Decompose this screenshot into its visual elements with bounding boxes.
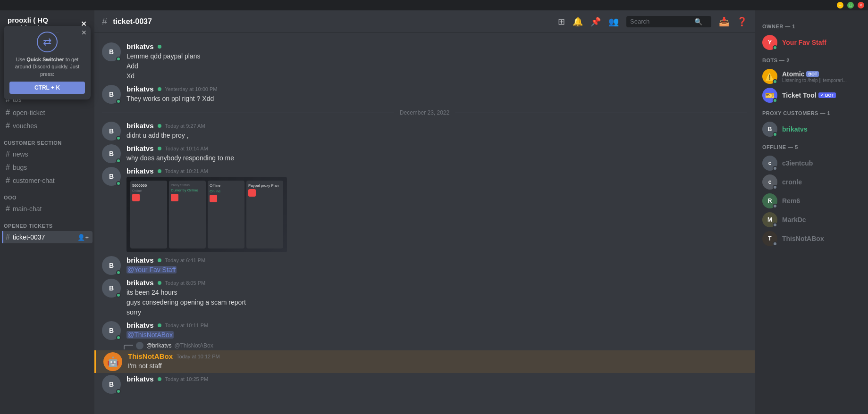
offline-dot bbox=[773, 223, 777, 227]
brikatvs-avatar: B bbox=[762, 122, 777, 137]
reply-indicator: @brikatvs @ThisNotABox bbox=[94, 342, 755, 349]
channel-name: vouches bbox=[13, 122, 37, 130]
username[interactable]: brikatvs bbox=[126, 122, 154, 130]
online-badge bbox=[158, 281, 161, 285]
timestamp: Today at 6:41 PM bbox=[165, 257, 206, 263]
hash-icon: # bbox=[6, 108, 10, 117]
message-text: They works on ppl right ? Xdd bbox=[126, 94, 747, 104]
maximize-button[interactable]: □ bbox=[847, 2, 854, 8]
channel-name: open-ticket bbox=[13, 109, 45, 116]
message-text: why does anybody responding to me bbox=[126, 153, 747, 163]
bots-section-label: BOTS — 2 bbox=[762, 58, 860, 63]
message-text: I'm not staff bbox=[128, 361, 747, 371]
member-item-atomic[interactable]: ⚠️ Atomic BOT Listening to /help || temp… bbox=[762, 67, 860, 86]
offline-name: cronle bbox=[782, 178, 802, 186]
member-item-brikatvs[interactable]: B brikatvs bbox=[762, 120, 860, 139]
username[interactable]: ThisNotABox bbox=[128, 352, 173, 360]
search-input[interactable] bbox=[630, 18, 691, 25]
sidebar-item-vouches[interactable]: # vouches bbox=[2, 120, 93, 132]
username[interactable]: brikatvs bbox=[126, 279, 154, 287]
online-badge bbox=[158, 87, 161, 91]
hash-icon: # bbox=[6, 205, 10, 213]
pin-icon[interactable]: 📌 bbox=[590, 17, 601, 27]
channel-hash-icon: # bbox=[102, 16, 107, 27]
add-user-icon[interactable]: 👤+ bbox=[77, 234, 89, 241]
member-info: MarkDc bbox=[782, 216, 806, 224]
quick-switcher-close[interactable]: ✕ bbox=[81, 29, 87, 36]
help-icon[interactable]: ❓ bbox=[737, 17, 747, 27]
offline-section-label: OFFLINE — 5 bbox=[762, 144, 860, 150]
minimize-button[interactable]: – bbox=[837, 2, 843, 8]
member-info: ThisNotABox bbox=[782, 235, 824, 242]
message-header: brikatvs bbox=[126, 42, 747, 50]
atomic-avatar: ⚠️ bbox=[762, 69, 777, 84]
hash-icon: # bbox=[6, 150, 10, 158]
username[interactable]: brikatvs bbox=[126, 144, 154, 152]
close-button[interactable]: ✕ bbox=[858, 2, 864, 8]
messages-area: B brikatvs Lemme qdd paypal plansAddXd B bbox=[94, 33, 755, 414]
sidebar-item-news[interactable]: # news bbox=[2, 148, 93, 160]
online-badge bbox=[158, 377, 161, 381]
member-item-cronle[interactable]: c cronle bbox=[762, 173, 860, 191]
timestamp: Today at 10:14 AM bbox=[165, 146, 208, 151]
message-content: brikatvs Today at 9:27 AM didnt u add th… bbox=[126, 122, 747, 141]
right-sidebar: OWNER — 1 Y Your Fav Staff BOTS — 2 ⚠️ A… bbox=[755, 10, 868, 414]
offline-dot bbox=[773, 166, 777, 171]
online-indicator bbox=[116, 293, 121, 298]
inbox-icon[interactable]: 📥 bbox=[719, 17, 729, 27]
online-indicator bbox=[116, 136, 121, 141]
timestamp: Today at 10:21 AM bbox=[165, 168, 208, 174]
message-content: brikatvs Today at 6:41 PM @Your Fav Staf… bbox=[126, 256, 747, 275]
offline-dot bbox=[773, 241, 777, 246]
embed-card: Paypal proxy Plan bbox=[246, 181, 283, 248]
username[interactable]: brikatvs bbox=[126, 85, 154, 93]
embedded-image[interactable]: 5000000 Online Proxy Status Currently On… bbox=[126, 177, 287, 252]
avatar: B bbox=[102, 122, 121, 141]
message-header: brikatvs Today at 9:27 AM bbox=[126, 122, 747, 130]
username[interactable]: brikatvs bbox=[126, 167, 154, 175]
channel-name: main-chat bbox=[13, 205, 42, 213]
embed-card: 5000000 Online bbox=[130, 181, 167, 248]
sidebar-item-ticket-0037[interactable]: # ticket-0037 👤+ bbox=[2, 231, 93, 243]
message-text: didnt u add the proy , bbox=[126, 131, 747, 141]
username[interactable]: brikatvs bbox=[126, 321, 154, 329]
mention[interactable]: @ThisNotABox bbox=[126, 331, 174, 339]
timestamp: Today at 8:05 PM bbox=[165, 280, 206, 286]
sidebar-item-open-ticket[interactable]: # open-ticket bbox=[2, 107, 93, 119]
bell-icon[interactable]: 🔔 bbox=[573, 17, 583, 27]
reply-content: @ThisNotABox bbox=[175, 342, 213, 349]
online-dot bbox=[773, 79, 777, 84]
member-item-ticket-tool[interactable]: 🎫 Ticket Tool ✓ BOT bbox=[762, 86, 860, 105]
member-info: Your Fav Staff bbox=[782, 39, 826, 46]
ctrl-k-shortcut[interactable]: CTRL + K bbox=[9, 82, 85, 94]
member-item-clientcub[interactable]: c c3ientcub bbox=[762, 154, 860, 173]
avatar: B bbox=[102, 167, 121, 186]
member-item-thisnotabox[interactable]: T ThisNotABox bbox=[762, 229, 860, 248]
quick-switcher-icon: ⇄ ··· bbox=[9, 32, 85, 52]
members-icon[interactable]: 👥 bbox=[608, 17, 619, 27]
online-badge bbox=[158, 169, 161, 173]
username[interactable]: brikatvs bbox=[126, 375, 154, 383]
hashtag-icon[interactable]: ⊞ bbox=[558, 17, 565, 27]
member-item-rem6[interactable]: R Rem6 bbox=[762, 191, 860, 210]
search-bar[interactable]: 🔍 bbox=[626, 16, 711, 27]
message-header: brikatvs Today at 10:21 AM bbox=[126, 167, 747, 175]
username[interactable]: brikatvs bbox=[126, 42, 154, 50]
mention[interactable]: @Your Fav Staff bbox=[126, 266, 177, 273]
member-info: brikatvs bbox=[782, 125, 808, 133]
online-indicator bbox=[116, 335, 121, 340]
member-item-markdc[interactable]: M MarkDc bbox=[762, 210, 860, 229]
channel-header-name: ticket-0037 bbox=[113, 17, 152, 26]
verified-bot-badge: ✓ BOT bbox=[818, 92, 836, 98]
sidebar-item-bugs[interactable]: # bugs bbox=[2, 161, 93, 174]
member-item-owner[interactable]: Y Your Fav Staff bbox=[762, 33, 860, 52]
avatar: B bbox=[102, 375, 121, 394]
hash-icon: # bbox=[6, 233, 10, 241]
username[interactable]: brikatvs bbox=[126, 256, 154, 264]
owner-avatar: Y bbox=[762, 35, 777, 50]
sidebar-item-main-chat[interactable]: # main-chat bbox=[2, 203, 93, 215]
message-group: B brikatvs Lemme qdd paypal plansAddXd bbox=[94, 41, 755, 83]
member-info: Atomic BOT Listening to /help || tempora… bbox=[782, 70, 847, 83]
message-group: B brikatvs Today at 10:21 AM 5000000 Onl… bbox=[94, 165, 755, 254]
sidebar-item-customer-chat[interactable]: # customer-chat bbox=[2, 174, 93, 187]
